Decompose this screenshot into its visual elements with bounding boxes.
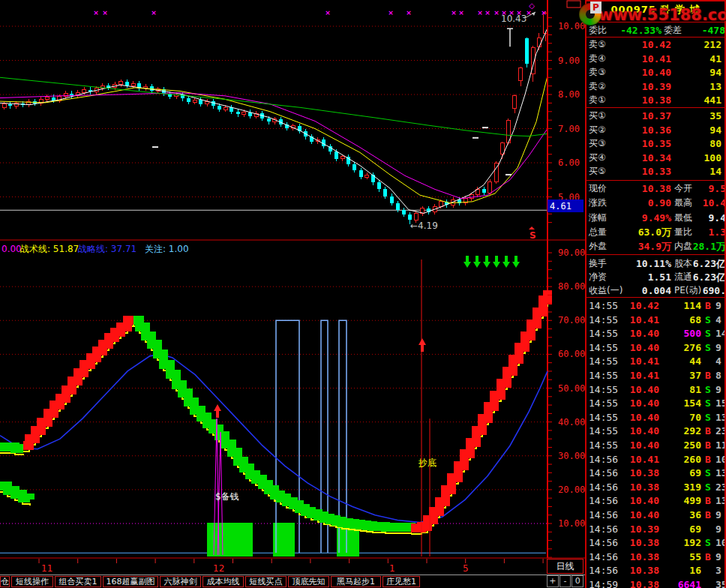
- main-grid: [0, 26, 548, 210]
- tick-direction: B: [705, 368, 711, 382]
- svg-text:30.00: 30.00: [558, 451, 585, 461]
- tick-price: 10.40: [616, 340, 659, 355]
- tick-count: 9: [716, 522, 726, 536]
- tick-direction: S: [705, 480, 711, 494]
- ask-row-price: 10.40: [620, 65, 671, 80]
- info-value: 28.1万: [692, 239, 726, 254]
- svg-text:20.00: 20.00: [558, 484, 585, 495]
- tick-time: 14:55: [589, 438, 618, 452]
- tab-6[interactable]: 短线买点: [245, 576, 286, 587]
- trading-app-window: ××××××××××××××××◇10.43←4.19S10.009.008.0…: [0, 0, 726, 588]
- bid-row-price: 10.36: [620, 123, 671, 137]
- tick-price: 10.38: [616, 480, 659, 494]
- info-value: 10.38: [616, 182, 671, 196]
- chart-area[interactable]: ××××××××××××××××◇10.43←4.19S10.009.008.0…: [0, 0, 585, 574]
- ask-row-label: 卖④: [589, 52, 606, 66]
- tick-count: 11: [716, 438, 726, 452]
- tick-time: 14:55: [589, 410, 618, 424]
- tick-direction: B: [705, 424, 711, 438]
- tab-5[interactable]: 成本均线: [202, 576, 244, 587]
- svg-text:40.00: 40.00: [558, 417, 585, 428]
- tick-price: 10.40: [616, 382, 659, 397]
- info-value: 9.4: [692, 211, 726, 225]
- tick-count: 9: [716, 298, 726, 313]
- info-value: 6.23亿: [692, 270, 726, 284]
- candles: [2, 11, 548, 224]
- tick-time: 14:55: [589, 396, 618, 410]
- tick-time: 14:56: [589, 550, 618, 564]
- tick-volume: 69: [662, 522, 701, 536]
- ask-row-volume: 13: [676, 80, 722, 94]
- info-value: 10.4: [692, 196, 726, 210]
- ask-row-price: 10.42: [620, 38, 671, 52]
- bid-row: 买①10.3735: [586, 109, 724, 123]
- high-label: 10.43: [501, 14, 526, 24]
- info-label: 股本: [674, 256, 692, 271]
- tab-9[interactable]: 庄见愁1: [382, 576, 420, 587]
- tab-3[interactable]: 168超赢副图: [103, 576, 158, 587]
- panel-separator: [586, 254, 724, 255]
- month-label: 11: [41, 563, 52, 574]
- tick-count: 13: [716, 466, 726, 480]
- bid-row-label: 买⑤: [589, 164, 606, 178]
- tick-price: 10.41: [616, 452, 659, 466]
- info-value: 10.11%: [616, 256, 671, 271]
- tick-count: 4: [716, 354, 726, 368]
- zoom-btn-+[interactable]: +: [547, 575, 559, 587]
- svg-text:0.00: 0.00: [2, 244, 22, 254]
- tab-2[interactable]: 组合买卖1: [55, 576, 101, 587]
- tick-row: 14:5610.3855B9: [586, 550, 724, 564]
- zoom-btn--[interactable]: -: [560, 575, 572, 587]
- tab-7[interactable]: 顶底先知: [288, 576, 329, 587]
- tick-volume: 260: [662, 452, 701, 466]
- tick-price: 10.40: [616, 410, 659, 424]
- svg-text:×: ×: [93, 9, 99, 16]
- weibi-value: -42.33%: [609, 23, 662, 38]
- tab-8[interactable]: 黑马起步1: [331, 576, 381, 587]
- tick-direction: B: [705, 452, 711, 466]
- tick-row: 14:5510.4168S4: [586, 313, 724, 327]
- svg-text:×: ×: [458, 9, 464, 16]
- info-value: 63.0万: [616, 225, 671, 239]
- bid-row-volume: 35: [676, 109, 722, 123]
- bid-row-price: 10.35: [620, 136, 671, 151]
- info-row: 换手10.11%股本6.23亿: [586, 256, 724, 271]
- period-selector[interactable]: 日线: [547, 559, 584, 574]
- tick-count: 15: [716, 396, 726, 410]
- tick-row: 14:5510.41444: [586, 354, 724, 368]
- tab-4[interactable]: 六脉神剑: [160, 576, 201, 587]
- tick-direction: S: [705, 382, 711, 397]
- tick-count: 9: [716, 508, 726, 522]
- tick-count: 9: [716, 382, 726, 397]
- info-label: 换手: [589, 256, 607, 271]
- svg-text:×: ×: [494, 9, 500, 16]
- ask-row-volume: 212: [676, 38, 722, 52]
- tick-price: 10.41: [616, 313, 659, 327]
- tick-volume: 499: [662, 494, 701, 508]
- tick-direction: B: [705, 494, 711, 508]
- ask-row: 卖②10.3913: [586, 80, 724, 94]
- zoom-btn-0[interactable]: 0: [572, 575, 584, 587]
- tick-row: 14:5510.40292B23: [586, 424, 724, 438]
- tick-time: 14:55: [589, 340, 618, 355]
- ask-row-volume: 441: [676, 93, 722, 107]
- tick-volume: 250: [662, 438, 701, 452]
- tab-0[interactable]: 仓: [0, 576, 10, 587]
- indicator-tab-bar: 仓短线操作组合买卖1168超赢副图六脉神剑成本均线短线买点顶底先知黑马起步1庄见…: [0, 574, 585, 588]
- tick-direction: S: [705, 536, 711, 550]
- svg-text:90.00: 90.00: [558, 248, 585, 258]
- tick-price: 10.42: [616, 298, 659, 313]
- info-label: 内盘: [674, 239, 692, 254]
- tick-direction: S: [705, 340, 711, 355]
- month-label: 1: [389, 563, 395, 574]
- tick-time: 14:56: [589, 563, 618, 578]
- tick-price: 10.38: [616, 563, 659, 578]
- tab-1[interactable]: 短线操作: [11, 576, 53, 587]
- tick-volume: 114: [662, 298, 701, 313]
- tick-volume: 37: [662, 368, 701, 382]
- tick-price: 10.40: [616, 508, 659, 522]
- tick-volume: 319: [662, 480, 701, 494]
- info-row: 现价10.38今开9.5: [586, 182, 724, 196]
- svg-text:10.00: 10.00: [558, 21, 585, 32]
- bid-row-volume: 14: [676, 164, 722, 178]
